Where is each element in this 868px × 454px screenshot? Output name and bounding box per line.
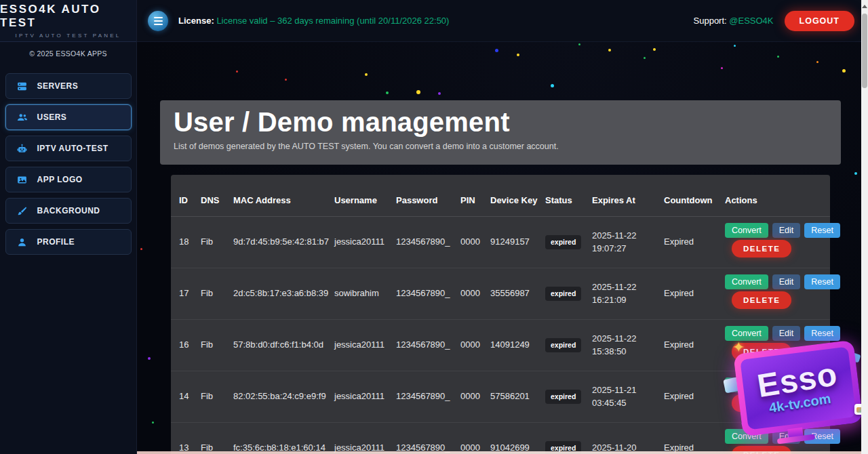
vertical-scrollbar[interactable] bbox=[861, 0, 868, 454]
sidebar-item-profile[interactable]: PROFILE bbox=[5, 229, 132, 255]
confetti-dot bbox=[578, 43, 580, 45]
sidebar-item-label: SERVERS bbox=[37, 81, 79, 91]
cell-expires-at: 2025-11-2103:45:45 bbox=[592, 384, 664, 409]
reset-button[interactable]: Reset bbox=[804, 326, 840, 341]
cell-password: 1234567890_ bbox=[396, 236, 460, 248]
image-icon bbox=[16, 173, 28, 186]
scrollbar-up-arrow-icon[interactable] bbox=[862, 5, 867, 8]
cell-username: jessica20111 bbox=[334, 339, 396, 351]
cell-device-key: 35556987 bbox=[490, 287, 545, 300]
hamburger-menu-button[interactable] bbox=[148, 11, 168, 31]
sidebar-item-background[interactable]: BACKGROUND bbox=[5, 198, 132, 224]
edit-button[interactable]: Edit bbox=[772, 274, 801, 289]
license-value: License valid – 362 days remaining (unti… bbox=[216, 16, 449, 26]
confetti-dot bbox=[777, 56, 779, 58]
cell-dns: Fib bbox=[201, 287, 233, 300]
sidebar-item-servers[interactable]: SERVERS bbox=[5, 73, 132, 99]
confetti-dot bbox=[495, 49, 498, 52]
table-row: 17 Fib 2d:c5:8b:17:e3:a6:b8:39 sowibrahi… bbox=[171, 268, 830, 320]
cell-password: 1234567890_ bbox=[396, 390, 460, 403]
confetti-dot bbox=[438, 92, 441, 95]
cell-device-key: 91249157 bbox=[490, 236, 545, 248]
paintbrush-icon bbox=[16, 205, 28, 217]
cell-actions: Convert Edit Reset DELETE bbox=[725, 371, 840, 412]
sidebar: ESSO4K AUTO TEST IPTV AUTO TEST PANEL © … bbox=[0, 0, 137, 454]
col-header-status: Status bbox=[545, 194, 592, 216]
sidebar-item-label: IPTV AUTO-TEST bbox=[37, 144, 108, 153]
sidebar-item-label: USERS bbox=[37, 112, 67, 122]
delete-button[interactable]: DELETE bbox=[732, 394, 791, 412]
cell-password: 1234567890_ bbox=[396, 339, 460, 351]
confetti-dot bbox=[734, 45, 736, 47]
col-header-id: ID bbox=[179, 194, 201, 216]
page-title: User / Demo management bbox=[174, 107, 827, 138]
cell-dns: Fib bbox=[201, 339, 233, 351]
cell-dns: Fib bbox=[201, 236, 233, 248]
delete-button[interactable]: DELETE bbox=[732, 343, 791, 360]
table-header-row: ID DNS MAC Address Username Password PIN… bbox=[171, 175, 830, 217]
edit-button[interactable]: Edit bbox=[772, 326, 801, 341]
cell-countdown: Expired bbox=[664, 339, 725, 351]
reset-button[interactable]: Reset bbox=[804, 377, 840, 392]
confetti-dot bbox=[517, 54, 519, 56]
reset-button[interactable]: Reset bbox=[804, 429, 840, 444]
confetti-dot bbox=[152, 421, 154, 424]
confetti-dot bbox=[842, 69, 846, 73]
cell-pin: 0000 bbox=[460, 390, 490, 403]
copyright-text: © 2025 ESSO4K APPS bbox=[0, 49, 136, 58]
confetti-dot bbox=[608, 49, 611, 51]
confetti-dot bbox=[386, 91, 389, 94]
topbar: License: License valid – 362 days remain… bbox=[137, 0, 868, 42]
sidebar-item-app-logo[interactable]: APP LOGO bbox=[5, 167, 132, 192]
robot-icon bbox=[16, 142, 28, 154]
delete-button[interactable]: DELETE bbox=[732, 291, 791, 309]
edit-button[interactable]: Edit bbox=[772, 223, 801, 238]
support-label: Support: bbox=[694, 16, 727, 26]
cell-pin: 0000 bbox=[460, 236, 490, 248]
confetti-dot bbox=[236, 70, 238, 73]
scrollbar-thumb[interactable] bbox=[862, 14, 867, 88]
cell-mac: 57:8b:d0:df:c6:f1:b4:0d bbox=[233, 339, 334, 351]
cell-actions: Convert Edit Reset DELETE bbox=[725, 268, 840, 309]
cell-pin: 0000 bbox=[460, 339, 490, 351]
convert-button[interactable]: Convert bbox=[725, 429, 768, 444]
sidebar-item-iptv-auto-test[interactable]: IPTV AUTO-TEST bbox=[5, 136, 132, 161]
table-row: 16 Fib 57:8b:d0:df:c6:f1:b4:0d jessica20… bbox=[171, 320, 830, 371]
cell-id: 16 bbox=[179, 339, 201, 351]
cell-actions: Convert Edit Reset DELETE bbox=[725, 320, 840, 360]
confetti-dot bbox=[721, 67, 723, 69]
cell-pin: 0000 bbox=[460, 287, 490, 300]
cell-mac: 2d:c5:8b:17:e3:a6:b8:39 bbox=[233, 287, 334, 300]
cell-device-key: 14091249 bbox=[490, 339, 545, 351]
edit-button[interactable]: Edit bbox=[772, 377, 801, 392]
brand-block: ESSO4K AUTO TEST IPTV AUTO TEST PANEL bbox=[0, 0, 136, 42]
table-row: 14 Fib 82:02:55:ba:24:c9:e9:f9 jessica20… bbox=[171, 371, 830, 423]
reset-button[interactable]: Reset bbox=[804, 274, 840, 289]
demo-users-table: ID DNS MAC Address Username Password PIN… bbox=[171, 175, 830, 454]
cell-id: 17 bbox=[179, 287, 201, 300]
convert-button[interactable]: Convert bbox=[725, 223, 768, 238]
convert-button[interactable]: Convert bbox=[725, 274, 768, 289]
cell-actions: Convert Edit Reset DELETE bbox=[725, 423, 840, 454]
convert-button[interactable]: Convert bbox=[725, 326, 768, 341]
confetti-dot bbox=[148, 357, 151, 360]
sidebar-item-users[interactable]: USERS bbox=[5, 104, 132, 130]
person-icon bbox=[16, 236, 28, 248]
reset-button[interactable]: Reset bbox=[804, 223, 840, 238]
cell-actions: Convert Edit Reset DELETE bbox=[725, 217, 840, 257]
sidebar-item-label: BACKGROUND bbox=[37, 206, 100, 215]
page-header-panel: User / Demo management List of demos gen… bbox=[160, 100, 841, 165]
cell-password: 1234567890_ bbox=[396, 287, 460, 300]
logout-button[interactable]: LOGOUT bbox=[785, 11, 854, 31]
cell-expires-at: 2025-11-2215:38:50 bbox=[592, 333, 664, 357]
cell-id: 18 bbox=[179, 236, 201, 248]
confetti-dot bbox=[816, 61, 818, 63]
col-header-dns: DNS bbox=[201, 194, 233, 216]
edit-button[interactable]: Edit bbox=[772, 429, 801, 444]
convert-button[interactable]: Convert bbox=[725, 377, 768, 392]
delete-button[interactable]: DELETE bbox=[732, 240, 791, 257]
status-badge: expired bbox=[545, 235, 581, 249]
support-handle-link[interactable]: @ESSO4K bbox=[729, 16, 773, 26]
confetti-dot bbox=[140, 248, 142, 250]
brand-subtitle: IPTV AUTO TEST PANEL bbox=[16, 33, 121, 39]
